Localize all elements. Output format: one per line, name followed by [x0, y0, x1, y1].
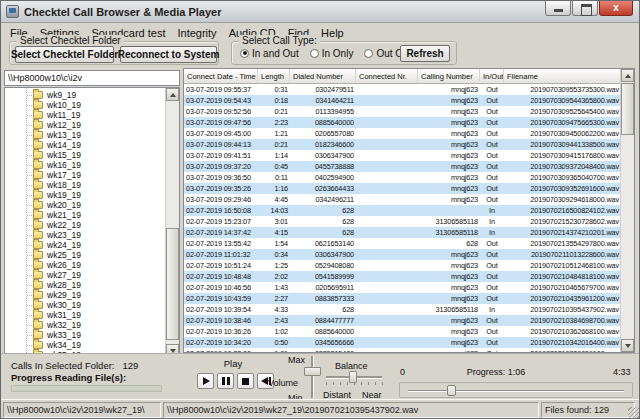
table-row[interactable]: 03-07-2019 09:29:464:450342496211mnqj623…: [184, 194, 620, 205]
tree-item-wk16-19[interactable]: wk16_19: [5, 160, 165, 170]
table-row[interactable]: 02-07-2019 10:48:482:020541589999mnqj623…: [184, 271, 620, 282]
table-row[interactable]: 03-07-2019 09:44:130:210182346600mnqj623…: [184, 139, 620, 150]
tree-item-wk23-19[interactable]: wk23_19: [5, 230, 165, 240]
stop-button[interactable]: [237, 373, 254, 389]
reconnect-to-system-button[interactable]: Reconnect to System: [120, 46, 217, 63]
tree-item-wk24-19[interactable]: wk24_19: [5, 240, 165, 250]
tree-item-wk29-19[interactable]: wk29_19: [5, 290, 165, 300]
tree-item-wk14-19[interactable]: wk14_19: [5, 140, 165, 150]
tree-item-wk21-19[interactable]: wk21_19: [5, 210, 165, 220]
table-row[interactable]: 03-07-2019 09:52:560:210113394955mnqj623…: [184, 106, 620, 117]
tree-item-wk34-19[interactable]: wk34_19: [5, 340, 165, 350]
app-window: Checktel Call Browser & Media Player x F…: [0, 0, 640, 419]
tree-item-wk26-19[interactable]: wk26_19: [5, 260, 165, 270]
cell-connect-date-time: 02-07-2019 10:32:00: [184, 349, 258, 352]
table-row[interactable]: 03-07-2019 09:54:430:180341464211mnqj623…: [184, 95, 620, 106]
cell-connect-date-time: 03-07-2019 09:37:20: [184, 162, 258, 171]
table-row[interactable]: 02-07-2019 13:55:421:540621653140628Out2…: [184, 238, 620, 249]
tree-item-wk20-19[interactable]: wk20_19: [5, 200, 165, 210]
table-row[interactable]: 02-07-2019 10:32:001:010325215400mnqj623…: [184, 348, 620, 352]
progress-slider-thumb[interactable]: [447, 385, 456, 396]
column-header-calling-number[interactable]: Calling Number: [418, 69, 480, 83]
radio-in-only[interactable]: In Only: [310, 48, 354, 59]
table-row[interactable]: 02-07-2019 10:46:561:430205695911mnqj623…: [184, 282, 620, 293]
tree-item-label: wk9_19: [47, 90, 76, 100]
table-row[interactable]: 03-07-2019 09:37:200:450455738888mnqj623…: [184, 161, 620, 172]
scroll-up-icon[interactable]: [166, 88, 179, 101]
refresh-button[interactable]: Refresh: [400, 45, 450, 62]
window-title: Checktel Call Browser & Media Player: [24, 6, 221, 18]
resize-grip[interactable]: [628, 407, 640, 419]
scroll-down-icon[interactable]: [621, 339, 634, 352]
tree-item-wk25-19[interactable]: wk25_19: [5, 250, 165, 260]
tree-item-wk18-19[interactable]: wk18_19: [5, 180, 165, 190]
tree-item-wk33-19[interactable]: wk33_19: [5, 330, 165, 340]
table-row[interactable]: 02-07-2019 16:50:0814:03628In20190702165…: [184, 205, 620, 216]
menu-item-integrity[interactable]: Integrity: [171, 25, 222, 41]
progress-slider-track[interactable]: [408, 390, 624, 392]
column-header-dialed-number[interactable]: Dialed Number: [290, 69, 356, 83]
progress-reading-bar: [11, 385, 162, 392]
table-row[interactable]: 02-07-2019 10:43:592:270883857333mnqj623…: [184, 293, 620, 304]
tree-item-wk28-19[interactable]: wk28_19: [5, 280, 165, 290]
table-row[interactable]: 03-07-2019 09:55:370:310302479511mnqj623…: [184, 84, 620, 95]
call-list-scrollbar[interactable]: [620, 69, 634, 352]
cell-calling-number: mnqj623: [418, 173, 480, 182]
status-current-file: \\Hp8000w10\c\i2v\2019\wk27_19\201907021…: [163, 402, 539, 418]
tree-item-wk10-19[interactable]: wk10_19: [5, 100, 165, 110]
tree-item-wk15-19[interactable]: wk15_19: [5, 150, 165, 160]
column-header-length[interactable]: Length: [258, 69, 290, 83]
column-header-connected-nr[interactable]: Connected Nr.: [356, 69, 418, 83]
tree-item-wk11-19[interactable]: wk11_19: [5, 110, 165, 120]
table-row[interactable]: 02-07-2019 10:36:261:020885640000mnqj623…: [184, 326, 620, 337]
tree-item-wk30-19[interactable]: wk30_19: [5, 300, 165, 310]
table-row[interactable]: 02-07-2019 10:51:241:250529408080mnqj623…: [184, 260, 620, 271]
tree-scrollbar-thumb[interactable]: [166, 228, 179, 340]
tree-item-wk17-19[interactable]: wk17_19: [5, 170, 165, 180]
cell-filename: 2019070210320056100.wav: [504, 349, 620, 352]
tree-item-wk22-19[interactable]: wk22_19: [5, 220, 165, 230]
tree-item-wk19-19[interactable]: wk19_19: [5, 190, 165, 200]
radio-in-and-out[interactable]: In and Out: [240, 48, 299, 59]
table-row[interactable]: 02-07-2019 15:23:073:0162831306585118In2…: [184, 216, 620, 227]
call-list-scrollbar-thumb[interactable]: [621, 83, 634, 135]
cell-calling-number: mnqj623: [418, 261, 480, 270]
volume-slider-track[interactable]: [311, 356, 314, 398]
pause-button[interactable]: [217, 373, 234, 389]
table-row[interactable]: 02-07-2019 11:01:320:340306347900mnqj623…: [184, 249, 620, 260]
cell-dialed-number: 0306347900: [290, 151, 356, 160]
table-row[interactable]: 02-07-2019 10:38:462:430884477777mnqj623…: [184, 315, 620, 326]
volume-slider-thumb[interactable]: [304, 367, 321, 376]
table-row[interactable]: 03-07-2019 09:41:511:140306347900mnqj623…: [184, 150, 620, 161]
table-row[interactable]: 03-07-2019 09:36:500:110402594900mnqj623…: [184, 172, 620, 183]
column-header-filename[interactable]: Filename: [504, 69, 621, 83]
table-row[interactable]: 02-07-2019 10:34:200:500345656666mnqj623…: [184, 337, 620, 348]
cell-in-out: Out: [480, 140, 504, 149]
scroll-up-icon[interactable]: [621, 69, 634, 82]
maximize-button[interactable]: [572, 1, 598, 16]
table-row[interactable]: 03-07-2019 09:45:001:210206557080mnqj623…: [184, 128, 620, 139]
tree-item-wk12-19[interactable]: wk12_19: [5, 120, 165, 130]
progress-start-label: 0: [400, 367, 405, 377]
folder-path-input[interactable]: [4, 70, 180, 86]
tree-scrollbar[interactable]: [165, 88, 179, 357]
select-checktel-folder-button[interactable]: Select Checktel Folder: [15, 46, 114, 63]
cell-dialed-number: 0529408080: [290, 261, 356, 270]
close-button[interactable]: x: [599, 1, 633, 16]
column-header-in-out[interactable]: In/Out: [480, 69, 504, 83]
tree-item-label: wk28_19: [47, 280, 81, 290]
tree-item-wk27-19[interactable]: wk27_19: [5, 270, 165, 280]
cell-dialed-number: 0541589999: [290, 272, 356, 281]
tree-item-wk13-19[interactable]: wk13_19: [5, 130, 165, 140]
play-button[interactable]: [197, 373, 214, 389]
table-row[interactable]: 03-07-2019 09:47:562:230885640000mnqj623…: [184, 117, 620, 128]
minimize-button[interactable]: [545, 1, 571, 16]
table-row[interactable]: 02-07-2019 10:39:544:3362831306585118In2…: [184, 304, 620, 315]
column-header-connect-date-time[interactable]: Connect Date - Time: [184, 69, 258, 83]
table-row[interactable]: 02-07-2019 14:37:424:1562831306585118In2…: [184, 227, 620, 238]
table-row[interactable]: 03-07-2019 09:35:261:160263664433mnqj623…: [184, 183, 620, 194]
menu-item-help[interactable]: Help: [315, 25, 350, 41]
tree-item-wk32-19[interactable]: wk32_19: [5, 320, 165, 330]
tree-item-wk31-19[interactable]: wk31_19: [5, 310, 165, 320]
tree-item-wk9-19[interactable]: wk9_19: [5, 90, 165, 100]
